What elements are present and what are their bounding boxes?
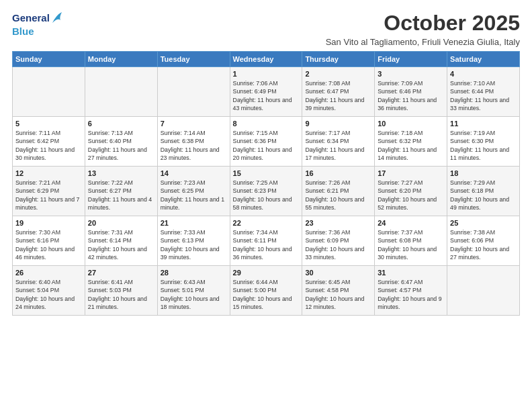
table-row: 9Sunrise: 7:17 AMSunset: 6:34 PMDaylight…	[302, 117, 375, 167]
day-number: 23	[305, 219, 371, 227]
table-row: 14Sunrise: 7:23 AMSunset: 6:25 PMDayligh…	[157, 167, 230, 216]
day-info: Sunrise: 7:27 AMSunset: 6:20 PMDaylight:…	[378, 179, 444, 212]
header-thursday: Thursday	[302, 52, 375, 67]
day-number: 20	[88, 219, 154, 227]
day-info: Sunrise: 6:40 AMSunset: 5:04 PMDaylight:…	[15, 278, 82, 311]
day-number: 15	[233, 169, 300, 177]
logo: General Blue	[12, 11, 63, 38]
location-subtitle: San Vito al Tagliamento, Friuli Venezia …	[326, 37, 520, 47]
day-info: Sunrise: 7:29 AMSunset: 6:18 PMDaylight:…	[450, 179, 517, 212]
table-row: 29Sunrise: 6:44 AMSunset: 5:00 PMDayligh…	[230, 266, 302, 316]
day-info: Sunrise: 6:47 AMSunset: 4:57 PMDaylight:…	[378, 278, 444, 311]
header-monday: Monday	[85, 52, 157, 67]
day-number: 31	[378, 269, 444, 277]
table-row: 10Sunrise: 7:18 AMSunset: 6:32 PMDayligh…	[375, 117, 447, 167]
day-info: Sunrise: 7:14 AMSunset: 6:38 PMDaylight:…	[161, 129, 227, 162]
day-number: 3	[378, 70, 444, 78]
day-info: Sunrise: 7:23 AMSunset: 6:25 PMDaylight:…	[161, 179, 227, 212]
table-row: 24Sunrise: 7:37 AMSunset: 6:08 PMDayligh…	[375, 216, 447, 266]
day-number: 29	[233, 269, 300, 277]
day-number: 28	[161, 269, 227, 277]
table-row	[85, 67, 157, 117]
calendar-week-1: 5Sunrise: 7:11 AMSunset: 6:42 PMDaylight…	[13, 117, 520, 167]
day-info: Sunrise: 7:15 AMSunset: 6:36 PMDaylight:…	[233, 129, 300, 162]
header-friday: Friday	[375, 52, 447, 67]
day-info: Sunrise: 7:18 AMSunset: 6:32 PMDaylight:…	[378, 129, 444, 162]
table-row: 18Sunrise: 7:29 AMSunset: 6:18 PMDayligh…	[447, 167, 520, 216]
day-number: 30	[305, 269, 371, 277]
day-info: Sunrise: 6:44 AMSunset: 5:00 PMDaylight:…	[233, 278, 300, 311]
table-row: 12Sunrise: 7:21 AMSunset: 6:29 PMDayligh…	[13, 167, 85, 216]
day-number: 19	[15, 219, 82, 227]
header-wednesday: Wednesday	[230, 52, 302, 67]
table-row: 23Sunrise: 7:36 AMSunset: 6:09 PMDayligh…	[302, 216, 375, 266]
day-number: 16	[305, 169, 371, 177]
day-info: Sunrise: 7:21 AMSunset: 6:29 PMDaylight:…	[15, 179, 82, 212]
table-row	[13, 67, 85, 117]
day-info: Sunrise: 6:43 AMSunset: 5:01 PMDaylight:…	[161, 278, 227, 311]
day-info: Sunrise: 7:30 AMSunset: 6:16 PMDaylight:…	[15, 228, 82, 261]
day-info: Sunrise: 7:08 AMSunset: 6:47 PMDaylight:…	[305, 79, 371, 112]
day-number: 17	[378, 169, 444, 177]
table-row: 27Sunrise: 6:41 AMSunset: 5:03 PMDayligh…	[85, 266, 157, 316]
day-info: Sunrise: 7:36 AMSunset: 6:09 PMDaylight:…	[305, 228, 371, 261]
day-number: 6	[88, 120, 154, 128]
day-number: 2	[305, 70, 371, 78]
table-row: 11Sunrise: 7:19 AMSunset: 6:30 PMDayligh…	[447, 117, 520, 167]
day-info: Sunrise: 7:25 AMSunset: 6:23 PMDaylight:…	[233, 179, 300, 212]
day-info: Sunrise: 7:34 AMSunset: 6:11 PMDaylight:…	[233, 228, 300, 261]
table-row: 3Sunrise: 7:09 AMSunset: 6:46 PMDaylight…	[375, 67, 447, 117]
day-number: 12	[15, 169, 82, 177]
day-info: Sunrise: 7:33 AMSunset: 6:13 PMDaylight:…	[161, 228, 227, 261]
calendar-week-3: 19Sunrise: 7:30 AMSunset: 6:16 PMDayligh…	[13, 216, 520, 266]
day-info: Sunrise: 7:19 AMSunset: 6:30 PMDaylight:…	[450, 129, 517, 162]
table-row: 22Sunrise: 7:34 AMSunset: 6:11 PMDayligh…	[230, 216, 302, 266]
day-info: Sunrise: 7:13 AMSunset: 6:40 PMDaylight:…	[88, 129, 154, 162]
table-row: 15Sunrise: 7:25 AMSunset: 6:23 PMDayligh…	[230, 167, 302, 216]
header-saturday: Saturday	[447, 52, 520, 67]
day-info: Sunrise: 7:09 AMSunset: 6:46 PMDaylight:…	[378, 79, 444, 112]
day-info: Sunrise: 7:31 AMSunset: 6:14 PMDaylight:…	[88, 228, 154, 261]
table-row: 13Sunrise: 7:22 AMSunset: 6:27 PMDayligh…	[85, 167, 157, 216]
day-info: Sunrise: 7:06 AMSunset: 6:49 PMDaylight:…	[233, 79, 300, 112]
day-info: Sunrise: 7:38 AMSunset: 6:06 PMDaylight:…	[450, 228, 517, 261]
page: General Blue October 2025 San Vito al Ta…	[0, 0, 532, 411]
day-number: 14	[161, 169, 227, 177]
table-row: 8Sunrise: 7:15 AMSunset: 6:36 PMDaylight…	[230, 117, 302, 167]
day-number: 18	[450, 169, 517, 177]
header-tuesday: Tuesday	[157, 52, 230, 67]
table-row: 5Sunrise: 7:11 AMSunset: 6:42 PMDaylight…	[13, 117, 85, 167]
day-number: 5	[15, 120, 82, 128]
day-number: 10	[378, 120, 444, 128]
day-info: Sunrise: 7:10 AMSunset: 6:44 PMDaylight:…	[450, 79, 517, 112]
table-row: 4Sunrise: 7:10 AMSunset: 6:44 PMDaylight…	[447, 67, 520, 117]
table-row: 19Sunrise: 7:30 AMSunset: 6:16 PMDayligh…	[13, 216, 85, 266]
table-row: 31Sunrise: 6:47 AMSunset: 4:57 PMDayligh…	[375, 266, 447, 316]
logo-line2: Blue	[12, 26, 63, 38]
day-number: 21	[161, 219, 227, 227]
calendar-week-2: 12Sunrise: 7:21 AMSunset: 6:29 PMDayligh…	[13, 167, 520, 216]
header: General Blue October 2025 San Vito al Ta…	[12, 11, 520, 47]
header-sunday: Sunday	[13, 52, 85, 67]
day-info: Sunrise: 7:17 AMSunset: 6:34 PMDaylight:…	[305, 129, 371, 162]
day-info: Sunrise: 6:45 AMSunset: 4:58 PMDaylight:…	[305, 278, 371, 311]
calendar-table: Sunday Monday Tuesday Wednesday Thursday…	[12, 51, 520, 316]
table-row: 1Sunrise: 7:06 AMSunset: 6:49 PMDaylight…	[230, 67, 302, 117]
day-number: 8	[233, 120, 300, 128]
table-row	[157, 67, 230, 117]
day-number: 4	[450, 70, 517, 78]
calendar-header-row: Sunday Monday Tuesday Wednesday Thursday…	[13, 52, 520, 67]
day-info: Sunrise: 7:11 AMSunset: 6:42 PMDaylight:…	[15, 129, 82, 162]
table-row: 7Sunrise: 7:14 AMSunset: 6:38 PMDaylight…	[157, 117, 230, 167]
table-row: 17Sunrise: 7:27 AMSunset: 6:20 PMDayligh…	[375, 167, 447, 216]
day-number: 11	[450, 120, 517, 128]
table-row: 25Sunrise: 7:38 AMSunset: 6:06 PMDayligh…	[447, 216, 520, 266]
day-number: 27	[88, 269, 154, 277]
table-row: 2Sunrise: 7:08 AMSunset: 6:47 PMDaylight…	[302, 67, 375, 117]
day-info: Sunrise: 7:26 AMSunset: 6:21 PMDaylight:…	[305, 179, 371, 212]
day-info: Sunrise: 7:22 AMSunset: 6:27 PMDaylight:…	[88, 179, 154, 212]
day-number: 25	[450, 219, 517, 227]
table-row: 30Sunrise: 6:45 AMSunset: 4:58 PMDayligh…	[302, 266, 375, 316]
logo-line1: General	[12, 11, 63, 26]
calendar-week-0: 1Sunrise: 7:06 AMSunset: 6:49 PMDaylight…	[13, 67, 520, 117]
